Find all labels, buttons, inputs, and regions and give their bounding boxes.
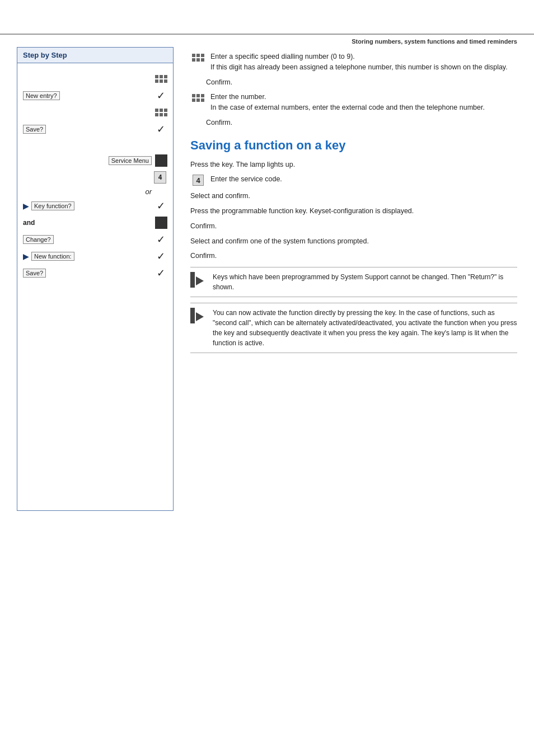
- step-row-new-entry: New entry? ✓: [23, 89, 167, 102]
- main-layout: Step by Step New entry? ✓: [0, 47, 534, 511]
- step-row-and-key: and: [23, 216, 167, 229]
- service-code-text: Enter the service code.: [210, 174, 282, 185]
- arrow-new-function: ▶: [23, 252, 29, 261]
- intro-row-confirm1: Confirm.: [206, 77, 517, 88]
- and-label: and: [23, 219, 35, 227]
- step-row-key-function: ▶ Key function? ✓: [23, 199, 167, 213]
- intro-row-confirm2: Confirm.: [206, 118, 517, 128]
- section-heading: Saving a function on a key: [190, 138, 517, 153]
- step-row-number-icon: [23, 106, 167, 119]
- header-title: Storing numbers, system functions and ti…: [352, 38, 517, 45]
- step-row-save2: Save? ✓: [23, 266, 167, 280]
- or-row: or: [23, 187, 167, 196]
- section-row-press-key: Press the key. The lamp lights up.: [190, 159, 517, 170]
- check-change: ✓: [157, 233, 165, 246]
- arrow-key-function: ▶: [23, 201, 29, 210]
- save1-label: Save?: [23, 125, 46, 134]
- service-menu-label: Service Menu: [109, 156, 152, 165]
- black-key-service: [155, 154, 167, 167]
- change-label: Change?: [23, 235, 54, 244]
- grid-icon-number: [155, 109, 167, 116]
- intro-row-enter-number: Enter the number.In the case of external…: [190, 92, 517, 113]
- check-save1: ✓: [157, 123, 165, 135]
- section-row-confirm3: Confirm.: [190, 221, 517, 232]
- intro-row-speed-dial: Enter a specific speed dialling number (…: [190, 51, 517, 73]
- grid-icon-r1: [192, 54, 204, 62]
- info-box-2: You can now activate the function direct…: [190, 303, 517, 353]
- info-arrow-2: [196, 312, 204, 321]
- page-container: Storing numbers, system functions and ti…: [0, 34, 534, 756]
- left-steps: New entry? ✓ Save?: [17, 63, 174, 511]
- intro-icon-grid2: [190, 92, 206, 104]
- key-function-label: Key function?: [31, 201, 74, 210]
- section-row-press-prog-key: Press the programmable function key. Key…: [190, 206, 517, 217]
- check-new-function: ✓: [157, 250, 165, 262]
- info-icon-1: [190, 272, 208, 288]
- or-label: or: [145, 187, 152, 196]
- save2-label: Save?: [23, 269, 46, 278]
- step-row-speed-dial-icon: [23, 72, 167, 86]
- confirm3-text: Confirm.: [190, 221, 217, 232]
- info-arrow-1: [196, 276, 204, 285]
- confirm4-text: Confirm.: [190, 251, 217, 261]
- digit-4-icon: 4: [154, 171, 166, 184]
- header-bar: Storing numbers, system functions and ti…: [0, 34, 534, 47]
- info-bar-1: [190, 272, 195, 288]
- step-by-step-label: Step by Step: [17, 47, 174, 63]
- intro-text-enter-number: Enter the number.In the case of external…: [210, 92, 485, 113]
- step-row-service-menu: Service Menu: [23, 154, 167, 167]
- info-bar-2: [190, 308, 195, 323]
- black-key-and: [155, 217, 167, 229]
- step-row-change: Change? ✓: [23, 233, 167, 246]
- check-key-function: ✓: [157, 200, 165, 212]
- left-column: Step by Step New entry? ✓: [17, 47, 185, 511]
- step-row-new-function: ▶ New function: ✓: [23, 250, 167, 263]
- info-icon-2: [190, 308, 208, 323]
- select-confirm2-text: Select and confirm one of the system fun…: [190, 236, 369, 247]
- grid-icon-speed: [155, 75, 167, 83]
- section-row-select-confirm2: Select and confirm one of the system fun…: [190, 236, 517, 247]
- intro-icon-grid1: [190, 51, 206, 64]
- info-box-1: Keys which have been preprogrammed by Sy…: [190, 267, 517, 297]
- spacer-1: [23, 139, 167, 151]
- check-new-entry: ✓: [157, 90, 165, 102]
- intro-text-confirm1: Confirm.: [206, 77, 232, 88]
- info-text-2: You can now activate the function direct…: [213, 308, 517, 348]
- intro-text-speed-dial: Enter a specific speed dialling number (…: [210, 51, 508, 73]
- section-row-select-confirm: Select and confirm.: [190, 191, 517, 201]
- new-entry-label: New entry?: [23, 91, 60, 100]
- right-column: Enter a specific speed dialling number (…: [185, 47, 517, 511]
- press-key-text: Press the key. The lamp lights up.: [190, 159, 295, 170]
- new-function-label: New function:: [31, 252, 74, 261]
- grid-icon-r2: [192, 94, 204, 102]
- section-row-service-code: 4 Enter the service code.: [190, 174, 517, 186]
- check-save2: ✓: [157, 267, 165, 279]
- section-row-confirm4: Confirm.: [190, 251, 517, 261]
- digit4-display: 4: [193, 175, 204, 186]
- intro-text-confirm2: Confirm.: [206, 118, 232, 128]
- press-prog-key-text: Press the programmable function key. Key…: [190, 206, 414, 217]
- intro-icon-digit4: 4: [190, 174, 206, 186]
- select-confirm-text: Select and confirm.: [190, 191, 250, 201]
- info-text-1: Keys which have been preprogrammed by Sy…: [213, 272, 517, 292]
- step-row-digit4: 4: [23, 171, 167, 184]
- intro-block: Enter a specific speed dialling number (…: [190, 51, 517, 128]
- step-row-save1: Save? ✓: [23, 123, 167, 136]
